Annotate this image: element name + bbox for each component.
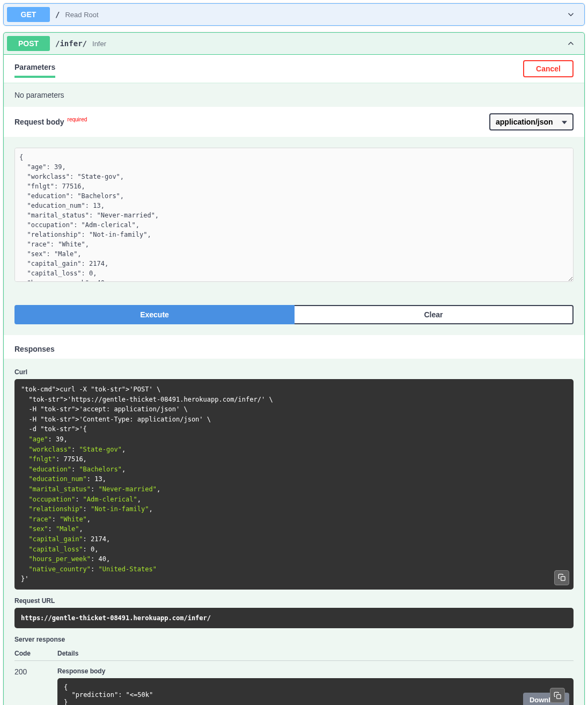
opblock-post-summary[interactable]: POST /infer/ Infer [4, 33, 584, 54]
col-details-header: Details [57, 650, 574, 657]
opblock-get-summary[interactable]: GET / Read Root [4, 4, 584, 25]
opblock-post-body: Parameters Cancel No parameters Request … [4, 54, 584, 705]
cancel-button[interactable]: Cancel [523, 60, 574, 77]
request-body-header: Request body required application/json [4, 107, 584, 137]
path-get: / [55, 10, 65, 19]
response-code: 200 [14, 667, 57, 705]
clear-button[interactable]: Clear [295, 305, 574, 324]
request-url-label: Request URL [14, 597, 574, 605]
parameters-tab[interactable]: Parameters [14, 63, 55, 75]
response-body-label: Response body [57, 667, 574, 675]
curl-block: "tok-cmd">curl -X "tok-str">'POST' \ "to… [14, 379, 574, 590]
request-body-area: { "age": 39, "workclass": "State-gov", "… [4, 137, 584, 294]
path-post: /infer/ [55, 39, 92, 48]
curl-label: Curl [14, 368, 574, 376]
opblock-post: POST /infer/ Infer Parameters Cancel No … [3, 32, 585, 705]
responses-label: Responses [14, 345, 574, 353]
copy-curl-button[interactable] [554, 570, 569, 585]
content-type-select[interactable]: application/json [489, 113, 574, 130]
resp-table-header: Code Details [14, 646, 574, 661]
desc-get: Read Root [65, 11, 98, 19]
parameters-header: Parameters Cancel [4, 55, 584, 83]
method-badge-post: POST [7, 36, 50, 51]
copy-response-button[interactable] [550, 688, 565, 703]
col-code-header: Code [14, 650, 57, 657]
method-badge-get: GET [7, 7, 50, 22]
responses-header: Responses [4, 335, 584, 359]
no-parameters-msg: No parameters [4, 83, 584, 107]
action-button-row: Execute Clear [4, 294, 584, 335]
required-tag: required [68, 117, 87, 122]
request-body-label: Request body [14, 118, 64, 126]
chevron-down-icon [566, 10, 576, 19]
response-body-block: { "prediction": "<=50k" } Download [57, 678, 574, 705]
chevron-up-icon [566, 39, 576, 48]
desc-post: Infer [92, 40, 106, 48]
responses-inner: Curl "tok-cmd">curl -X "tok-str">'POST' … [4, 359, 584, 705]
request-body-textarea[interactable]: { "age": 39, "workclass": "State-gov", "… [14, 148, 574, 282]
opblock-get: GET / Read Root [3, 3, 585, 26]
svg-rect-0 [561, 577, 565, 581]
svg-rect-1 [556, 695, 561, 699]
request-url-block: https://gentle-thicket-08491.herokuapp.c… [14, 608, 574, 629]
server-response-label: Server response [14, 636, 574, 643]
response-row-200: 200 Response body { "prediction": "<=50k… [14, 661, 574, 705]
request-url-value: https://gentle-thicket-08491.herokuapp.c… [21, 614, 211, 622]
execute-button[interactable]: Execute [14, 305, 295, 324]
